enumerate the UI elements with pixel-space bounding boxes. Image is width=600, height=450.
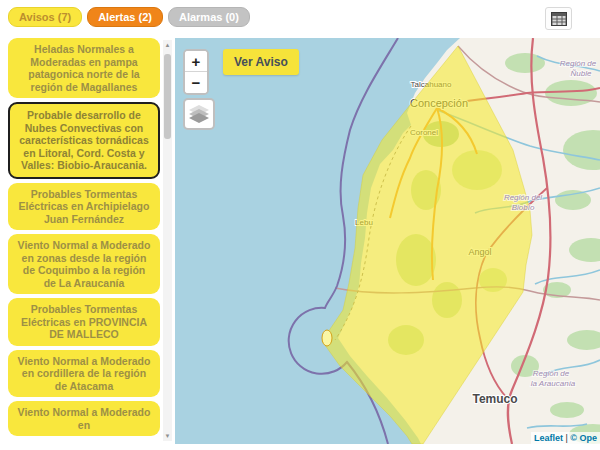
map-attribution: Leaflet | © Ope <box>531 432 600 444</box>
label-region-nuble-line1: Región de <box>560 59 597 68</box>
alert-card-viento-coquimbo-araucania[interactable]: Viento Normal a Moderado en zonas desde … <box>8 234 160 294</box>
zoom-out-button[interactable]: − <box>185 72 207 93</box>
leaflet-map[interactable]: Talcahuano Concepción Coronel Lebu Angol… <box>175 38 600 444</box>
tab-alarmas[interactable]: Alarmas (0) <box>168 7 250 27</box>
alert-card-heladas-magallanes[interactable]: Heladas Normales a Moderadas en pampa pa… <box>8 38 160 98</box>
alert-card-tormentas-malleco[interactable]: Probables Tormentas Eléctricas en PROVIN… <box>8 298 160 346</box>
label-region-araucania-line1: Región de <box>533 369 570 378</box>
label-region-biobio-line2: Biobío <box>512 203 535 212</box>
alert-card-tormentas-juan-fernandez[interactable]: Probables Tormentas Eléctricas en Archip… <box>8 183 160 231</box>
zoom-in-button[interactable]: + <box>185 51 207 72</box>
table-view-button[interactable] <box>545 7 572 30</box>
tab-avisos[interactable]: Avisos (7) <box>8 7 82 27</box>
alert-card-viento-atacama[interactable]: Viento Normal a Moderado en cordillera d… <box>8 350 160 398</box>
alert-list: Heladas Normales a Moderadas en pampa pa… <box>0 38 174 445</box>
layers-icon <box>188 104 210 124</box>
tab-alertas[interactable]: Alertas (2) <box>87 7 163 27</box>
zoom-control: + − <box>183 49 209 95</box>
scroll-down-icon[interactable]: ▼ <box>163 431 172 441</box>
table-icon <box>551 12 567 26</box>
label-temuco: Temuco <box>472 392 517 406</box>
alert-type-tabs: Avisos (7) Alertas (2) Alarmas (0) <box>8 7 250 27</box>
sidebar-scrollbar[interactable]: ▲ ▼ <box>163 40 172 441</box>
alert-card-viento-cutoff[interactable]: Viento Normal a Moderado en <box>8 401 160 436</box>
scrollbar-thumb[interactable] <box>164 54 171 139</box>
ver-aviso-button[interactable]: Ver Aviso <box>223 49 299 75</box>
label-region-nuble-line2: Ñuble <box>571 69 592 78</box>
isla-mocha <box>322 330 332 346</box>
osm-link[interactable]: © Ope <box>570 433 597 443</box>
label-region-biobio-line1: Región del <box>504 193 542 202</box>
scroll-up-icon[interactable]: ▲ <box>163 40 172 50</box>
app-window: Avisos (7) Alertas (2) Alarmas (0) Helad… <box>0 0 600 450</box>
layers-control[interactable] <box>183 98 215 130</box>
label-region-araucania-line2: la Araucanía <box>531 379 576 388</box>
leaflet-link[interactable]: Leaflet <box>534 433 563 443</box>
map-canvas: Talcahuano Concepción Coronel Lebu Angol… <box>175 38 600 444</box>
alert-card-nubes-convectivas-selected[interactable]: Probable desarrollo de Nubes Convectivas… <box>8 102 160 179</box>
